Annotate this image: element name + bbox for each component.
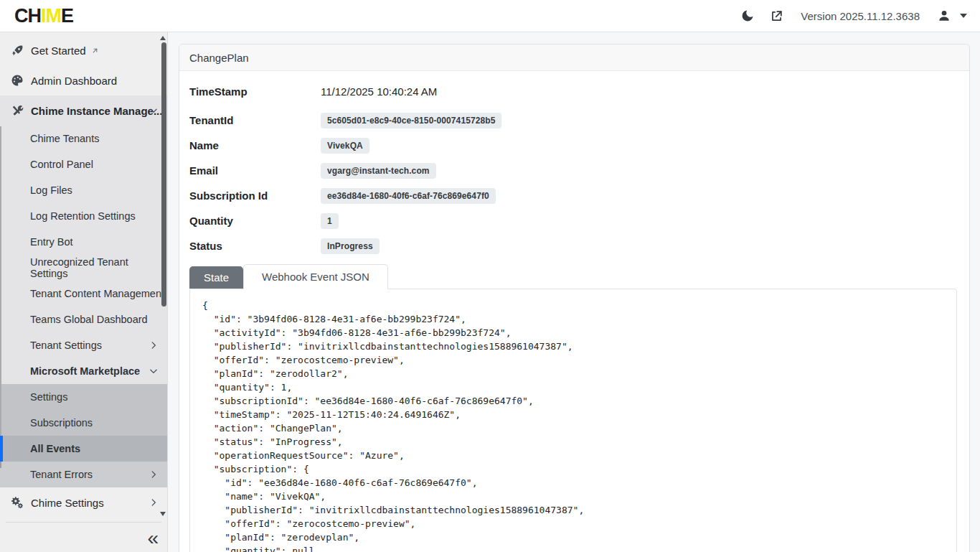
field-label: TimeStamp [189,85,321,98]
field-label: Email [189,164,321,177]
sidebar-item-label: Admin Dashboard [31,75,117,87]
submenu-left-strip [0,126,1,436]
field-label: Status [189,240,321,252]
field-row-email: Email vgarg@instant-tech.com [189,161,957,180]
sidebar-item-label: Chime Tenants [30,133,99,144]
sidebar-item-teams-global-dashboard[interactable]: Teams Global Dashboard [0,307,167,332]
sidebar-item-label: Subscriptions [30,417,93,429]
chevron-right-icon [149,469,159,480]
sidebar-nav: Get Started Admin Dashboard Chime Instan… [0,32,168,552]
submenu-left-strip-2 [0,462,1,468]
chime-logo: CHIME [14,6,73,26]
sidebar-item-label: Microsoft Marketplace [30,365,140,377]
field-value: 11/12/2025 10:40:24 AM [321,85,437,98]
scroll-up-arrow-icon[interactable] [160,36,166,40]
field-label: Subscription Id [189,190,321,202]
chevron-right-icon [149,340,159,350]
event-detail-card: ChangePlan TimeStamp 11/12/2025 10:40:24… [179,44,970,552]
field-value-badge: 1 [321,213,339,229]
sidebar-item-label: All Events [30,443,80,454]
field-row-name: Name VivekQA [189,136,957,155]
sidebar-item-label: Tenant Settings [30,340,102,351]
sidebar-item-tenant-content-management[interactable]: Tenant Content Management [0,281,167,307]
sidebar-item-chime-settings[interactable]: Chime Settings [0,487,167,518]
header-actions: Version 2025.11.12.3638 [739,7,967,24]
logo-part-dark: CH [14,5,41,27]
webhook-json-panel: { "id": "3b94fd06-8128-4e31-af6e-bb299b2… [189,289,957,552]
field-row-quantity: Quantity 1 [189,211,957,230]
top-header-bar: CHIME Version 2025.11.12.3638 [0,0,980,32]
sidebar-item-microsoft-marketplace[interactable]: Microsoft Marketplace [0,358,167,384]
tab-state[interactable]: State [189,266,243,289]
caret-down-icon[interactable] [960,14,967,18]
moon-icon[interactable] [739,7,756,24]
version-text: Version 2025.11.12.3638 [801,10,920,22]
sidebar-item-subscriptions[interactable]: Subscriptions [0,410,167,436]
webhook-json-content: { "id": "3b94fd06-8128-4e31-af6e-bb299b2… [190,289,956,552]
sidebar-item-label: Chime Instance Manage... [31,105,162,117]
sidebar-item-settings[interactable]: Settings [0,384,167,410]
sidebar-item-label: Get Started [31,45,86,57]
sidebar-item-label: Tenant Errors [30,469,93,480]
dashboard-icon [10,73,24,88]
sidebar-items: Get Started Admin Dashboard Chime Instan… [0,32,167,518]
sidebar-item-label: Control Panel [30,159,93,170]
field-value-badge: ee36d84e-1680-40f6-c6af-76c869e647f0 [321,188,496,204]
user-icon[interactable] [936,7,953,24]
field-label: TenantId [189,114,321,126]
logo-part-yellow: IM [41,5,61,27]
chevron-right-icon [149,497,159,507]
tab-webhook-event-json[interactable]: Webhook Event JSON [243,264,388,289]
field-row-tenantid: TenantId 5c605d01-e8c9-40ce-8150-0007415… [189,111,957,130]
sidebar-collapse-button[interactable]: « [147,526,159,551]
sidebar-item-log-retention-settings[interactable]: Log Retention Settings [0,203,167,229]
field-row-timestamp: TimeStamp 11/12/2025 10:40:24 AM [189,82,957,101]
external-link-icon[interactable] [768,7,785,24]
sidebar-item-label: Chime Settings [31,497,104,509]
app-window: CHIME Version 2025.11.12.3638 Get [0,0,980,552]
chevron-down-icon [149,106,159,116]
sidebar-item-label: Entry Bot [30,236,73,248]
field-value-badge: VivekQA [321,138,369,154]
status-badge: InProgress [321,238,380,254]
gears-icon [10,495,24,510]
tools-icon [10,103,24,118]
sidebar-item-all-events[interactable]: All Events [0,436,167,462]
sidebar-scrollbar[interactable] [160,32,167,522]
sidebar-footer-divider [6,522,161,523]
main-content: ChangePlan TimeStamp 11/12/2025 10:40:24… [168,32,980,552]
sidebar-item-label: Tenant Content Management [30,288,164,299]
sidebar-item-label: Teams Global Dashboard [30,314,148,325]
sidebar-item-label: Log Retention Settings [30,210,136,222]
sidebar-item-control-panel[interactable]: Control Panel [0,151,167,177]
sidebar-item-get-started[interactable]: Get Started [0,35,167,65]
sidebar-item-tenant-settings[interactable]: Tenant Settings [0,332,167,358]
sidebar-item-chime-tenants[interactable]: Chime Tenants [0,126,167,151]
detail-tabs: State Webhook Event JSON [189,264,957,289]
sidebar-item-label: Unrecognized Tenant Settings [30,256,167,279]
scroll-down-arrow-icon[interactable] [160,512,166,516]
field-row-subscription-id: Subscription Id ee36d84e-1680-40f6-c6af-… [189,186,957,205]
arrow-up-right-icon [91,47,99,55]
field-label: Name [189,139,321,151]
sidebar-item-label: Settings [30,391,67,403]
field-value-badge: vgarg@instant-tech.com [321,163,436,179]
sidebar-scrollbar-thumb[interactable] [161,42,166,307]
sidebar-item-tenant-errors[interactable]: Tenant Errors [0,462,167,487]
logo-part-dark-2: E [61,5,73,27]
rocket-icon [10,43,24,57]
active-item-indicator [0,436,3,462]
field-value-badge: 5c605d01-e8c9-40ce-8150-0007415728b5 [321,113,501,128]
sidebar-item-chime-instance-management[interactable]: Chime Instance Manage... [0,95,167,126]
card-title: ChangePlan [179,45,969,71]
sidebar-item-entry-bot[interactable]: Entry Bot [0,229,167,255]
field-row-status: Status InProgress [189,236,957,256]
field-label: Quantity [189,215,321,227]
sidebar-item-unrecognized-tenant-settings[interactable]: Unrecognized Tenant Settings [0,255,167,281]
sidebar-item-log-files[interactable]: Log Files [0,177,167,203]
sidebar-item-admin-dashboard[interactable]: Admin Dashboard [0,65,167,95]
card-body: TimeStamp 11/12/2025 10:40:24 AM TenantI… [179,71,969,552]
chevron-down-icon [149,366,159,376]
sidebar-item-label: Log Files [30,184,72,196]
